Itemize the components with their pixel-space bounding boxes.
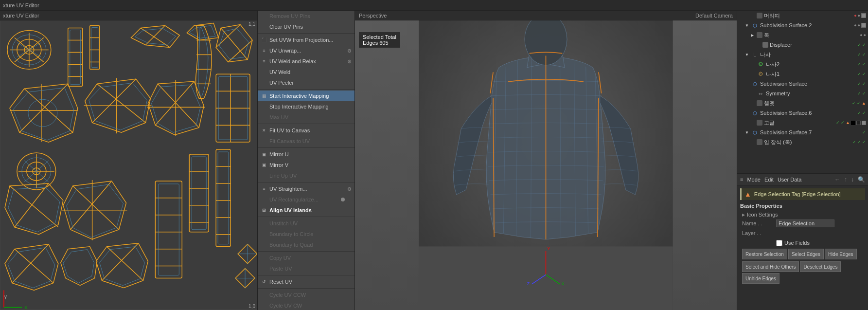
unhide-edges-btn[interactable]: Unhide Edges [742,273,779,284]
menu-item-line-up-uv[interactable]: Line Up UV [258,170,354,181]
fit-canvas-icon [261,138,267,145]
align-icon: ⊞ [261,207,267,214]
nav-back-icon[interactable]: ← [834,176,840,183]
tree-item-subdiv2[interactable]: ▼ ⬡ Subdivision Surface.2 ● ● [737,20,868,30]
menu-item-start-interactive[interactable]: ▦ Start Interactive Mapping [258,91,354,101]
svg-line-72 [10,186,58,227]
tree-icons-subdiv7: ✓ [862,130,866,135]
svg-text:X: X [561,281,564,286]
tab-edit[interactable]: Edit [764,177,774,182]
use-fields-checkbox[interactable] [776,240,782,246]
tree-icon-goggles [757,120,762,126]
search-icon[interactable]: 🔍 [858,176,865,183]
tree-label-screw1: 나사1 [766,71,857,78]
tree-item-displacer[interactable]: Displacer ✓ ✓ [737,40,868,50]
menu-item-clear-uv-pins[interactable]: Clear UV Pins [258,21,354,32]
rect-icon [261,196,267,203]
menu-item-uv-weld-relax[interactable]: ≡ UV Weld and Relax _ ⚙ [258,56,354,67]
select-hide-others-btn[interactable]: Select and Hide Others [742,261,799,272]
tree-item-screw-group[interactable]: ▼ L 나사 ✓ ✓ [737,50,868,59]
menu-item-align-uv-islands[interactable]: ⊞ Align UV Islands [258,205,354,216]
svg-line-73 [15,183,49,227]
tab-mode[interactable]: Mode [747,177,761,182]
icon-settings-section[interactable]: ▶ Icon Settings [740,211,865,219]
straighten-icon: ≡ [261,185,267,192]
name-prop-input[interactable] [776,219,834,227]
menu-item-uv-straighten[interactable]: ≡ UV Straighten... ⚙ [258,183,354,194]
tree-icon-subdiv6: ⬡ [751,109,759,117]
menu-label-stop-interactive: Stop Interactive Mapping [269,104,329,109]
lineup-icon [261,172,267,179]
tree-item-subdiv6[interactable]: ⬡ Subdivision Surface.6 ✓ ✓ [737,108,868,118]
menu-label-clear-uv-pins: Clear UV Pins [269,24,303,30]
menu-label-line-up-uv: Line Up UV [269,173,297,179]
tree-item-neck[interactable]: ▶ 목 ● ● [737,30,868,40]
btn-row-2: Select and Hide Others Deselect Edges Un… [740,260,865,285]
tree-item-headband[interactable]: 머리띠 ● ● [737,11,868,20]
menu-item-boundary-circle[interactable]: Boundary to Circle [258,229,354,239]
menu-item-reset-uv[interactable]: ↺ Reset UV [258,276,354,287]
menu-item-set-uvw[interactable]: ⬛ Set UVW from Projection... [258,35,354,45]
svg-marker-71 [5,183,63,235]
checker-icon [861,13,866,18]
tree-icons-subdiv6: ✓ ✓ [857,110,866,115]
menu-item-uv-weld[interactable]: UV Weld [258,67,354,77]
tree-label-subdiv2: Subdivision Surface.2 [760,22,854,28]
tree-item-symmetry[interactable]: ⇔ Symmetry ✓ ✓ [737,89,868,98]
viewport-title: Perspective [359,13,387,18]
tree-item-screw1[interactable]: ⚙ 나사1 ✓ ✓ [737,69,868,79]
gear-icon-straighten[interactable]: ⚙ [347,186,352,192]
menu-item-fit-canvas-uv[interactable]: Fit Canvas to UV [258,136,354,146]
menu-item-uv-peeler[interactable]: UV Peeler [258,77,354,88]
restore-selection-btn[interactable]: Restore Selection [742,249,787,259]
menu-item-max-uv[interactable]: Max UV [258,112,354,123]
tree-icon-neck [757,32,762,38]
chevron-right-icon: ▶ [742,213,745,217]
menu-item-copy-uv[interactable]: Copy UV [258,253,354,263]
tree-item-subdiv7[interactable]: ▼ ⬡ Subdivision Surface.7 ✓ [737,128,868,137]
tree-item-subdiv-surface[interactable]: ⬡ Subdivision Surface ✓ ✓ [737,79,868,89]
tree-label-helmet: 헬멧 [764,100,852,107]
menu-item-cycle-ccw[interactable]: Cycle UV CCW [258,290,354,300]
gear-icon-weld[interactable]: ⚙ [347,59,352,64]
menu-label-start-interactive: Start Interactive Mapping [269,93,329,99]
svg-marker-87 [96,243,148,288]
dot-icon-rect [341,198,345,201]
tab-user-data[interactable]: User Data [778,177,802,182]
tree-item-goggles[interactable]: 고글 ✓ ✓ ▲ [737,118,868,128]
right-panel: 머리띠 ● ● ▼ ⬡ Subdivision Surface.2 ● ● [737,11,868,310]
deselect-edges-btn[interactable]: Deselect Edges [800,261,841,272]
menu-item-cycle-cw[interactable]: Cycle UV CW [258,300,354,310]
menu-label-remove-uv-pins: Remove UV Pins [269,13,310,19]
tree-label-displacer: Displacer [770,42,857,48]
tree-label-neck: 목 [764,32,860,39]
tree-icons-subdiv2: ● ● [854,23,866,28]
menu-label-paste-uv: Paste UV [269,266,292,272]
tree-item-mouth-decor[interactable]: 입 장식 (목) ✓ ✓ ✓ [737,137,868,147]
menu-item-stop-interactive[interactable]: Stop Interactive Mapping [258,101,354,112]
svg-line-19 [221,28,248,60]
tree-item-helmet[interactable]: 헬멧 ✓ ✓ ▲ [737,98,868,108]
svg-rect-97 [158,184,179,275]
menu-item-uv-rect[interactable]: UV Rectangularize... [258,194,354,205]
svg-text:X: X [24,305,28,310]
menu-item-remove-uv-pins[interactable]: Remove UV Pins [258,11,354,21]
menu-item-uv-unwrap[interactable]: ≡ UV Unwrap... ⚙ [258,45,354,56]
gear-icon-unwrap[interactable]: ⚙ [347,48,352,54]
menu-label-boundary-quad: Boundary to Quad [269,242,313,248]
mirror-u-icon: ▣ [261,151,267,158]
tree-item-screw2[interactable]: ⚙ 나사2 ✓ ✓ [737,59,868,69]
menu-item-unstitch-uv[interactable]: Unstitch UV [258,218,354,229]
menu-item-fit-uv-canvas[interactable]: ✕ Fit UV to Canvas [258,125,354,136]
select-edges-btn[interactable]: Select Edges [788,249,824,259]
nav-up-icon[interactable]: ↑ [844,176,847,183]
menu-item-boundary-quad[interactable]: Boundary to Quad [258,239,354,250]
cycle-cw-icon [261,302,267,309]
menu-item-mirror-u[interactable]: ▣ Mirror U [258,149,354,160]
menu-item-mirror-v[interactable]: ▣ Mirror V [258,160,354,170]
hide-edges-btn[interactable]: Hide Edges [825,249,857,259]
svg-rect-104 [216,149,230,247]
menu-item-paste-uv[interactable]: Paste UV [258,263,354,274]
nav-down-icon[interactable]: ↓ [851,176,854,183]
use-fields-text: Use Fields [784,240,810,246]
